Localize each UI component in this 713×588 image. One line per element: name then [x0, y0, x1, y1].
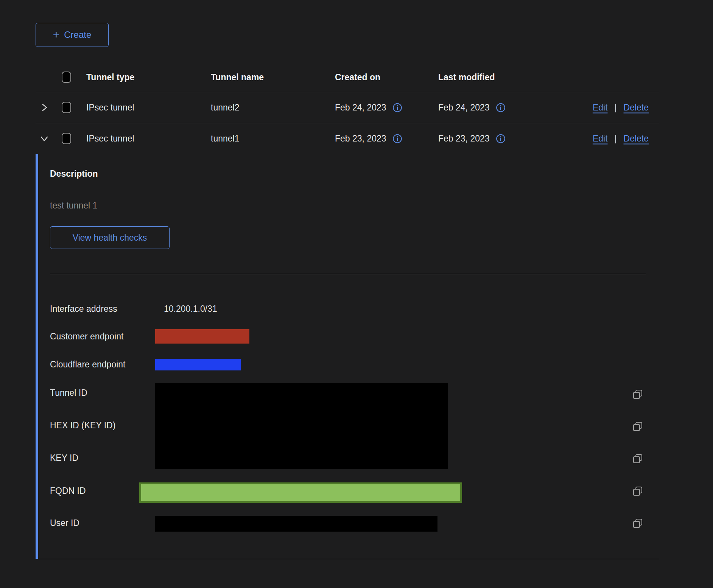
select-row-checkbox[interactable]: [62, 102, 71, 113]
row-actions: Edit | Delete: [593, 134, 649, 144]
info-icon[interactable]: [392, 134, 402, 143]
customer-endpoint-redaction: [155, 329, 249, 344]
select-all-checkbox[interactable]: [62, 72, 71, 83]
interface-address-label: Interface address: [50, 304, 117, 314]
copy-icon: [632, 421, 643, 432]
cloudflare-endpoint-redaction: [155, 359, 241, 370]
description-value: test tunnel 1: [50, 201, 97, 211]
customer-endpoint-label: Customer endpoint: [50, 331, 123, 342]
copy-user-id-button[interactable]: [632, 518, 643, 529]
last-modified-cell: Feb 24, 2023: [438, 103, 506, 113]
last-modified-cell: Feb 23, 2023: [438, 134, 506, 144]
view-health-checks-label: View health checks: [73, 233, 147, 243]
fqdn-id-label: FQDN ID: [50, 486, 86, 496]
edit-link[interactable]: Edit: [593, 134, 608, 144]
view-health-checks-button[interactable]: View health checks: [50, 226, 170, 249]
key-id-label: KEY ID: [50, 453, 78, 463]
fqdn-id-redaction: [139, 482, 462, 503]
select-all-cell: [62, 72, 71, 83]
tunnel-type-value: IPsec tunnel: [86, 103, 134, 113]
created-on-value: Feb 23, 2023: [335, 134, 386, 144]
ids-redaction-block: [155, 383, 448, 469]
header-tunnel-name: Tunnel name: [211, 72, 264, 82]
tunnel-id-label: Tunnel ID: [50, 388, 87, 398]
copy-icon: [632, 389, 643, 400]
info-icon[interactable]: [496, 103, 506, 112]
tunnel-name-value: tunnel1: [211, 134, 239, 144]
section-divider: [50, 274, 646, 274]
ipsec-tunnels-page: + Create Tunnel type Tunnel name Created…: [0, 0, 713, 588]
edit-link[interactable]: Edit: [593, 103, 608, 113]
header-last-modified: Last modified: [438, 72, 495, 82]
interface-address-value: 10.200.1.0/31: [164, 304, 217, 314]
tunnel-details-panel: Description test tunnel 1 View health ch…: [36, 154, 659, 559]
cloudflare-endpoint-label: Cloudflare endpoint: [50, 359, 125, 370]
select-row-cell: [62, 133, 71, 144]
copy-key-id-button[interactable]: [632, 453, 643, 464]
chevron-right-icon[interactable]: [39, 102, 50, 113]
expanded-row-accent-bar: [36, 154, 38, 559]
info-icon[interactable]: [392, 103, 402, 112]
created-on-value: Feb 24, 2023: [335, 103, 386, 113]
expand-toggle-cell: [39, 102, 50, 113]
tunnel-type-value: IPsec tunnel: [86, 134, 134, 144]
expand-toggle-cell: [39, 133, 50, 144]
row-actions: Edit | Delete: [593, 103, 649, 113]
copy-hex-id-button[interactable]: [632, 421, 643, 432]
create-button[interactable]: + Create: [36, 23, 109, 47]
delete-link[interactable]: Delete: [624, 134, 649, 144]
copy-icon: [632, 485, 643, 497]
delete-link[interactable]: Delete: [624, 103, 649, 113]
info-icon[interactable]: [496, 134, 506, 143]
hex-id-label: HEX ID (KEY ID): [50, 420, 115, 431]
last-modified-value: Feb 23, 2023: [438, 134, 490, 144]
description-label: Description: [50, 169, 98, 179]
tunnel-name-value: tunnel2: [211, 103, 239, 113]
copy-icon: [632, 518, 643, 529]
header-created-on: Created on: [335, 72, 380, 82]
select-row-cell: [62, 102, 71, 113]
tunnel-row-tunnel1: IPsec tunnel tunnel1 Feb 23, 2023 Feb 23…: [36, 123, 659, 154]
last-modified-value: Feb 24, 2023: [438, 103, 490, 113]
plus-icon: +: [53, 29, 60, 40]
actions-separator: |: [615, 103, 617, 113]
create-button-label: Create: [64, 30, 91, 40]
copy-fqdn-id-button[interactable]: [632, 485, 643, 497]
copy-tunnel-id-button[interactable]: [632, 389, 643, 400]
chevron-down-icon[interactable]: [39, 133, 50, 144]
header-tunnel-type: Tunnel type: [86, 72, 134, 82]
actions-separator: |: [615, 134, 617, 144]
created-on-cell: Feb 23, 2023: [335, 134, 402, 144]
user-id-label: User ID: [50, 518, 79, 528]
tunnel-row-tunnel2: IPsec tunnel tunnel2 Feb 24, 2023 Feb 24…: [36, 92, 659, 123]
copy-icon: [632, 453, 643, 464]
select-row-checkbox[interactable]: [62, 133, 71, 144]
user-id-redaction: [155, 516, 437, 532]
table-header-row: Tunnel type Tunnel name Created on Last …: [36, 62, 659, 92]
created-on-cell: Feb 24, 2023: [335, 103, 402, 113]
